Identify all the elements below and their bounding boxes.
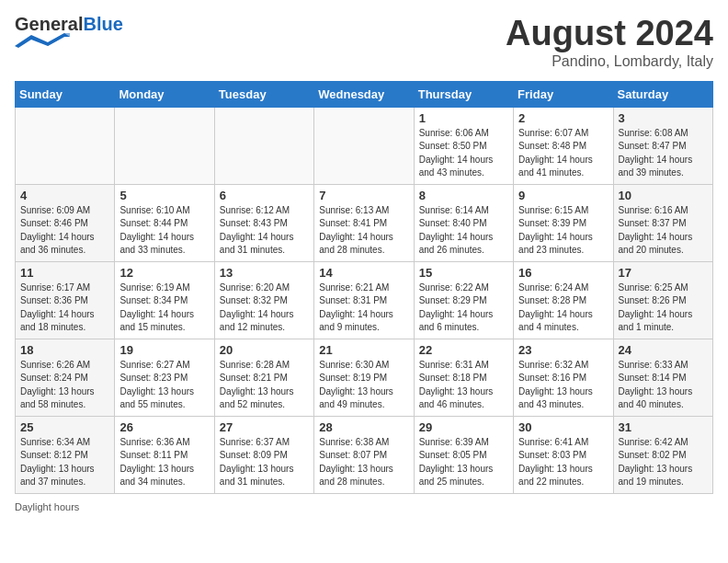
month-title: August 2024 <box>506 15 713 53</box>
day-detail: Sunrise: 6:36 AM Sunset: 8:11 PM Dayligh… <box>119 436 209 489</box>
day-detail: Sunrise: 6:13 AM Sunset: 8:41 PM Dayligh… <box>319 204 408 258</box>
calendar-cell <box>314 107 414 184</box>
calendar-cell: 13Sunrise: 6:20 AM Sunset: 8:32 PM Dayli… <box>214 261 313 339</box>
day-number: 2 <box>518 111 608 125</box>
calendar-cell <box>16 107 115 184</box>
day-number: 8 <box>419 189 508 202</box>
day-detail: Sunrise: 6:16 AM Sunset: 8:37 PM Dayligh… <box>619 204 708 258</box>
day-number: 11 <box>20 266 109 280</box>
day-detail: Sunrise: 6:06 AM Sunset: 8:50 PM Dayligh… <box>419 127 508 180</box>
day-number: 6 <box>220 189 309 202</box>
header-sunday: Sunday <box>16 81 115 107</box>
calendar-cell: 8Sunrise: 6:14 AM Sunset: 8:40 PM Daylig… <box>414 184 513 261</box>
day-detail: Sunrise: 6:33 AM Sunset: 8:14 PM Dayligh… <box>619 359 708 412</box>
day-detail: Sunrise: 6:12 AM Sunset: 8:43 PM Dayligh… <box>220 204 309 258</box>
calendar-cell: 24Sunrise: 6:33 AM Sunset: 8:14 PM Dayli… <box>613 339 712 416</box>
header-thursday: Thursday <box>414 81 513 107</box>
calendar-table: Sunday Monday Tuesday Wednesday Thursday… <box>15 81 713 494</box>
footer-note: Daylight hours <box>15 501 713 512</box>
day-number: 7 <box>319 189 408 202</box>
day-number: 29 <box>419 420 508 434</box>
day-detail: Sunrise: 6:41 AM Sunset: 8:03 PM Dayligh… <box>518 436 608 489</box>
logo-text: GeneralBlue <box>15 15 123 33</box>
day-number: 3 <box>619 111 708 125</box>
day-detail: Sunrise: 6:17 AM Sunset: 8:36 PM Dayligh… <box>20 282 109 335</box>
header-saturday: Saturday <box>613 81 712 107</box>
calendar-cell: 27Sunrise: 6:37 AM Sunset: 8:09 PM Dayli… <box>214 416 313 493</box>
day-number: 20 <box>220 343 309 357</box>
calendar-cell: 12Sunrise: 6:19 AM Sunset: 8:34 PM Dayli… <box>115 261 214 339</box>
day-number: 27 <box>220 420 309 434</box>
day-number: 25 <box>20 420 109 434</box>
calendar-cell: 20Sunrise: 6:28 AM Sunset: 8:21 PM Dayli… <box>214 339 313 416</box>
header-monday: Monday <box>115 81 214 107</box>
day-detail: Sunrise: 6:20 AM Sunset: 8:32 PM Dayligh… <box>220 282 309 335</box>
day-detail: Sunrise: 6:24 AM Sunset: 8:28 PM Dayligh… <box>518 282 608 335</box>
page-header: GeneralBlue August 2024 Pandino, Lombard… <box>15 15 713 70</box>
day-detail: Sunrise: 6:08 AM Sunset: 8:47 PM Dayligh… <box>619 127 708 180</box>
calendar-week-4: 25Sunrise: 6:34 AM Sunset: 8:12 PM Dayli… <box>16 416 713 493</box>
day-detail: Sunrise: 6:28 AM Sunset: 8:21 PM Dayligh… <box>220 359 309 412</box>
day-detail: Sunrise: 6:30 AM Sunset: 8:19 PM Dayligh… <box>319 359 408 412</box>
day-number: 23 <box>518 343 608 357</box>
day-detail: Sunrise: 6:07 AM Sunset: 8:48 PM Dayligh… <box>518 127 608 180</box>
day-detail: Sunrise: 6:15 AM Sunset: 8:39 PM Dayligh… <box>518 204 608 258</box>
day-detail: Sunrise: 6:10 AM Sunset: 8:44 PM Dayligh… <box>119 204 209 258</box>
calendar-week-0: 1Sunrise: 6:06 AM Sunset: 8:50 PM Daylig… <box>16 107 713 184</box>
header-wednesday: Wednesday <box>314 81 414 107</box>
day-detail: Sunrise: 6:32 AM Sunset: 8:16 PM Dayligh… <box>518 359 608 412</box>
day-number: 18 <box>20 343 109 357</box>
daylight-label: Daylight hours <box>15 501 79 512</box>
calendar-cell: 23Sunrise: 6:32 AM Sunset: 8:16 PM Dayli… <box>514 339 613 416</box>
day-detail: Sunrise: 6:27 AM Sunset: 8:23 PM Dayligh… <box>119 359 209 412</box>
logo-general: General <box>15 14 83 34</box>
calendar-cell: 16Sunrise: 6:24 AM Sunset: 8:28 PM Dayli… <box>514 261 613 339</box>
title-block: August 2024 Pandino, Lombardy, Italy <box>506 15 713 70</box>
day-detail: Sunrise: 6:26 AM Sunset: 8:24 PM Dayligh… <box>20 359 109 412</box>
day-detail: Sunrise: 6:22 AM Sunset: 8:29 PM Dayligh… <box>419 282 508 335</box>
day-number: 24 <box>619 343 708 357</box>
day-detail: Sunrise: 6:34 AM Sunset: 8:12 PM Dayligh… <box>20 436 109 489</box>
day-detail: Sunrise: 6:25 AM Sunset: 8:26 PM Dayligh… <box>619 282 708 335</box>
calendar-cell: 25Sunrise: 6:34 AM Sunset: 8:12 PM Dayli… <box>16 416 115 493</box>
calendar-cell <box>115 107 214 184</box>
day-detail: Sunrise: 6:31 AM Sunset: 8:18 PM Dayligh… <box>419 359 508 412</box>
calendar-week-1: 4Sunrise: 6:09 AM Sunset: 8:46 PM Daylig… <box>16 184 713 261</box>
calendar-cell: 31Sunrise: 6:42 AM Sunset: 8:02 PM Dayli… <box>613 416 712 493</box>
calendar-cell: 22Sunrise: 6:31 AM Sunset: 8:18 PM Dayli… <box>414 339 513 416</box>
day-number: 4 <box>20 189 109 202</box>
day-number: 31 <box>619 420 708 434</box>
day-number: 26 <box>119 420 209 434</box>
calendar-body: 1Sunrise: 6:06 AM Sunset: 8:50 PM Daylig… <box>16 107 713 493</box>
calendar-cell: 26Sunrise: 6:36 AM Sunset: 8:11 PM Dayli… <box>115 416 214 493</box>
weekday-header-row: Sunday Monday Tuesday Wednesday Thursday… <box>16 81 713 107</box>
svg-marker-1 <box>48 33 70 46</box>
day-number: 5 <box>119 189 209 202</box>
calendar-cell: 21Sunrise: 6:30 AM Sunset: 8:19 PM Dayli… <box>314 339 414 416</box>
calendar-cell: 1Sunrise: 6:06 AM Sunset: 8:50 PM Daylig… <box>414 107 513 184</box>
calendar-cell <box>214 107 313 184</box>
day-number: 15 <box>419 266 508 280</box>
day-number: 17 <box>619 266 708 280</box>
calendar-cell: 5Sunrise: 6:10 AM Sunset: 8:44 PM Daylig… <box>115 184 214 261</box>
logo: GeneralBlue <box>15 15 123 52</box>
calendar-cell: 7Sunrise: 6:13 AM Sunset: 8:41 PM Daylig… <box>314 184 414 261</box>
calendar-cell: 29Sunrise: 6:39 AM Sunset: 8:05 PM Dayli… <box>414 416 513 493</box>
day-number: 28 <box>319 420 408 434</box>
calendar-cell: 2Sunrise: 6:07 AM Sunset: 8:48 PM Daylig… <box>514 107 613 184</box>
location: Pandino, Lombardy, Italy <box>506 53 713 70</box>
calendar-cell: 19Sunrise: 6:27 AM Sunset: 8:23 PM Dayli… <box>115 339 214 416</box>
calendar-cell: 6Sunrise: 6:12 AM Sunset: 8:43 PM Daylig… <box>214 184 313 261</box>
calendar-cell: 30Sunrise: 6:41 AM Sunset: 8:03 PM Dayli… <box>514 416 613 493</box>
calendar-cell: 28Sunrise: 6:38 AM Sunset: 8:07 PM Dayli… <box>314 416 414 493</box>
day-detail: Sunrise: 6:39 AM Sunset: 8:05 PM Dayligh… <box>419 436 508 489</box>
day-number: 9 <box>518 189 608 202</box>
day-number: 22 <box>419 343 508 357</box>
day-detail: Sunrise: 6:21 AM Sunset: 8:31 PM Dayligh… <box>319 282 408 335</box>
logo-blue: Blue <box>83 14 122 34</box>
day-detail: Sunrise: 6:19 AM Sunset: 8:34 PM Dayligh… <box>119 282 209 335</box>
calendar-cell: 17Sunrise: 6:25 AM Sunset: 8:26 PM Dayli… <box>613 261 712 339</box>
day-detail: Sunrise: 6:38 AM Sunset: 8:07 PM Dayligh… <box>319 436 408 489</box>
day-detail: Sunrise: 6:14 AM Sunset: 8:40 PM Dayligh… <box>419 204 508 258</box>
calendar-cell: 3Sunrise: 6:08 AM Sunset: 8:47 PM Daylig… <box>613 107 712 184</box>
